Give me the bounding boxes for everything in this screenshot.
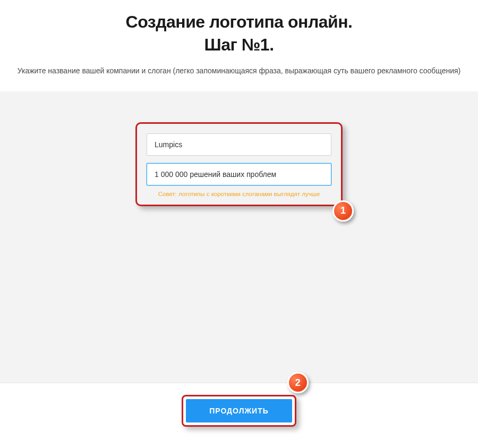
form-box-highlight: Совет: логотипы с короткими слоганами вы… — [135, 122, 343, 206]
slogan-input[interactable] — [147, 163, 331, 185]
form-panel: Совет: логотипы с короткими слоганами вы… — [0, 91, 478, 389]
footer-bar: ПРОДОЛЖИТЬ 2 — [0, 383, 478, 448]
page-subtitle: Укажите название вашей компании и слоган… — [5, 66, 473, 77]
continue-button-highlight: ПРОДОЛЖИТЬ 2 — [182, 395, 296, 427]
page-title: Создание логотипа онлайн. Шаг №1. — [5, 11, 473, 56]
header: Создание логотипа онлайн. Шаг №1. Укажит… — [0, 0, 478, 91]
company-name-input[interactable] — [147, 133, 331, 156]
continue-button[interactable]: ПРОДОЛЖИТЬ — [186, 399, 292, 422]
annotation-badge-1: 1 — [332, 200, 354, 222]
annotation-badge-2: 2 — [287, 372, 309, 393]
title-line-2: Шаг №1. — [204, 35, 274, 54]
title-line-1: Создание логотипа онлайн. — [126, 12, 353, 31]
slogan-hint: Совет: логотипы с короткими слоганами вы… — [147, 191, 331, 197]
